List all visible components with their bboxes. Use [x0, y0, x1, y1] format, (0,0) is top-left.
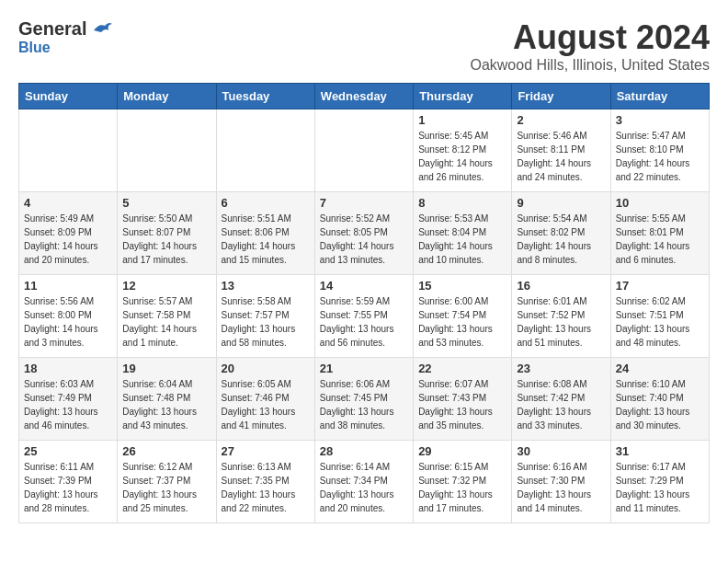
- logo-general: General: [18, 18, 86, 40]
- day-info: Sunrise: 6:04 AM Sunset: 7:48 PM Dayligh…: [122, 377, 210, 432]
- day-info: Sunrise: 5:46 AM Sunset: 8:11 PM Dayligh…: [517, 129, 605, 184]
- calendar-cell: [314, 109, 413, 192]
- calendar-location: Oakwood Hills, Illinois, United States: [470, 57, 710, 74]
- day-number: 8: [418, 196, 506, 210]
- day-info: Sunrise: 6:17 AM Sunset: 7:29 PM Dayligh…: [616, 460, 704, 515]
- day-number: 11: [24, 279, 112, 293]
- logo-blue-text: Blue: [18, 40, 51, 55]
- day-number: 9: [517, 196, 605, 210]
- calendar-table: SundayMondayTuesdayWednesdayThursdayFrid…: [18, 83, 710, 523]
- day-info: Sunrise: 6:15 AM Sunset: 7:32 PM Dayligh…: [418, 460, 506, 515]
- column-header-sunday: Sunday: [19, 84, 118, 109]
- day-info: Sunrise: 6:14 AM Sunset: 7:34 PM Dayligh…: [320, 460, 408, 515]
- calendar-cell: 15Sunrise: 6:00 AM Sunset: 7:54 PM Dayli…: [414, 275, 512, 358]
- calendar-cell: 20Sunrise: 6:05 AM Sunset: 7:46 PM Dayli…: [216, 358, 314, 441]
- page-header: General Blue August 2024 Oakwood Hills, …: [18, 18, 710, 74]
- day-info: Sunrise: 6:06 AM Sunset: 7:45 PM Dayligh…: [320, 377, 408, 432]
- calendar-cell: 17Sunrise: 6:02 AM Sunset: 7:51 PM Dayli…: [610, 275, 709, 358]
- calendar-cell: 8Sunrise: 5:53 AM Sunset: 8:04 PM Daylig…: [414, 192, 512, 275]
- day-number: 18: [24, 362, 112, 375]
- day-number: 7: [320, 196, 408, 210]
- day-number: 14: [320, 279, 408, 293]
- calendar-cell: 25Sunrise: 6:11 AM Sunset: 7:39 PM Dayli…: [19, 441, 118, 523]
- day-info: Sunrise: 5:51 AM Sunset: 8:06 PM Dayligh…: [222, 212, 310, 267]
- calendar-header: SundayMondayTuesdayWednesdayThursdayFrid…: [19, 84, 710, 109]
- day-number: 27: [222, 444, 310, 458]
- day-info: Sunrise: 6:07 AM Sunset: 7:43 PM Dayligh…: [418, 377, 506, 432]
- calendar-cell: 5Sunrise: 5:50 AM Sunset: 8:07 PM Daylig…: [118, 192, 216, 275]
- calendar-cell: [118, 109, 216, 192]
- calendar-cell: 14Sunrise: 5:59 AM Sunset: 7:55 PM Dayli…: [314, 275, 413, 358]
- calendar-cell: 12Sunrise: 5:57 AM Sunset: 7:58 PM Dayli…: [118, 275, 216, 358]
- logo: General Blue: [18, 18, 112, 56]
- day-info: Sunrise: 6:03 AM Sunset: 7:49 PM Dayligh…: [24, 377, 112, 432]
- day-number: 20: [222, 362, 310, 375]
- day-number: 12: [122, 279, 210, 293]
- day-number: 24: [616, 362, 704, 375]
- day-info: Sunrise: 5:55 AM Sunset: 8:01 PM Dayligh…: [616, 212, 704, 267]
- calendar-cell: 22Sunrise: 6:07 AM Sunset: 7:43 PM Dayli…: [414, 358, 512, 441]
- column-header-monday: Monday: [118, 84, 216, 109]
- day-number: 16: [517, 279, 605, 293]
- column-header-wednesday: Wednesday: [314, 84, 413, 109]
- calendar-cell: 2Sunrise: 5:46 AM Sunset: 8:11 PM Daylig…: [512, 109, 610, 192]
- day-number: 17: [616, 279, 704, 293]
- calendar-title: August 2024: [470, 18, 710, 57]
- day-info: Sunrise: 5:57 AM Sunset: 7:58 PM Dayligh…: [122, 294, 210, 350]
- day-info: Sunrise: 5:58 AM Sunset: 7:57 PM Dayligh…: [222, 294, 310, 350]
- calendar-cell: 18Sunrise: 6:03 AM Sunset: 7:49 PM Dayli…: [19, 358, 118, 441]
- calendar-cell: 29Sunrise: 6:15 AM Sunset: 7:32 PM Dayli…: [414, 441, 512, 523]
- day-number: 28: [320, 444, 408, 458]
- calendar-cell: 10Sunrise: 5:55 AM Sunset: 8:01 PM Dayli…: [610, 192, 709, 275]
- day-info: Sunrise: 6:10 AM Sunset: 7:40 PM Dayligh…: [616, 377, 704, 432]
- day-info: Sunrise: 5:53 AM Sunset: 8:04 PM Dayligh…: [418, 212, 506, 267]
- calendar-cell: 19Sunrise: 6:04 AM Sunset: 7:48 PM Dayli…: [118, 358, 216, 441]
- day-number: 2: [517, 113, 605, 127]
- calendar-cell: 31Sunrise: 6:17 AM Sunset: 7:29 PM Dayli…: [610, 441, 709, 523]
- day-number: 29: [418, 444, 506, 458]
- day-info: Sunrise: 6:01 AM Sunset: 7:52 PM Dayligh…: [517, 294, 605, 350]
- day-info: Sunrise: 5:49 AM Sunset: 8:09 PM Dayligh…: [24, 212, 112, 267]
- day-info: Sunrise: 6:05 AM Sunset: 7:46 PM Dayligh…: [222, 377, 310, 432]
- calendar-cell: 9Sunrise: 5:54 AM Sunset: 8:02 PM Daylig…: [512, 192, 610, 275]
- day-info: Sunrise: 6:12 AM Sunset: 7:37 PM Dayligh…: [122, 460, 210, 515]
- calendar-cell: 30Sunrise: 6:16 AM Sunset: 7:30 PM Dayli…: [512, 441, 610, 523]
- day-number: 30: [517, 444, 605, 458]
- calendar-cell: 7Sunrise: 5:52 AM Sunset: 8:05 PM Daylig…: [314, 192, 413, 275]
- column-header-saturday: Saturday: [610, 84, 709, 109]
- day-number: 5: [122, 196, 210, 210]
- day-number: 26: [122, 444, 210, 458]
- calendar-cell: 16Sunrise: 6:01 AM Sunset: 7:52 PM Dayli…: [512, 275, 610, 358]
- day-info: Sunrise: 6:08 AM Sunset: 7:42 PM Dayligh…: [517, 377, 605, 432]
- day-info: Sunrise: 6:13 AM Sunset: 7:35 PM Dayligh…: [222, 460, 310, 515]
- day-number: 25: [24, 444, 112, 458]
- day-info: Sunrise: 6:11 AM Sunset: 7:39 PM Dayligh…: [24, 460, 112, 515]
- day-info: Sunrise: 6:02 AM Sunset: 7:51 PM Dayligh…: [616, 294, 704, 350]
- calendar-cell: 4Sunrise: 5:49 AM Sunset: 8:09 PM Daylig…: [19, 192, 118, 275]
- calendar-cell: [19, 109, 118, 192]
- column-header-tuesday: Tuesday: [216, 84, 314, 109]
- day-info: Sunrise: 5:54 AM Sunset: 8:02 PM Dayligh…: [517, 212, 605, 267]
- calendar-cell: 27Sunrise: 6:13 AM Sunset: 7:35 PM Dayli…: [216, 441, 314, 523]
- calendar-cell: 26Sunrise: 6:12 AM Sunset: 7:37 PM Dayli…: [118, 441, 216, 523]
- calendar-cell: [216, 109, 314, 192]
- calendar-cell: 28Sunrise: 6:14 AM Sunset: 7:34 PM Dayli…: [314, 441, 413, 523]
- day-info: Sunrise: 6:16 AM Sunset: 7:30 PM Dayligh…: [517, 460, 605, 515]
- day-number: 23: [517, 362, 605, 375]
- day-info: Sunrise: 5:50 AM Sunset: 8:07 PM Dayligh…: [122, 212, 210, 267]
- day-number: 6: [222, 196, 310, 210]
- calendar-cell: 21Sunrise: 6:06 AM Sunset: 7:45 PM Dayli…: [314, 358, 413, 441]
- column-header-friday: Friday: [512, 84, 610, 109]
- day-number: 22: [418, 362, 506, 375]
- day-number: 1: [418, 113, 506, 127]
- calendar-cell: 11Sunrise: 5:56 AM Sunset: 8:00 PM Dayli…: [19, 275, 118, 358]
- day-number: 21: [320, 362, 408, 375]
- day-number: 31: [616, 444, 704, 458]
- calendar-cell: 24Sunrise: 6:10 AM Sunset: 7:40 PM Dayli…: [610, 358, 709, 441]
- day-info: Sunrise: 5:45 AM Sunset: 8:12 PM Dayligh…: [418, 129, 506, 184]
- calendar-cell: 6Sunrise: 5:51 AM Sunset: 8:06 PM Daylig…: [216, 192, 314, 275]
- day-info: Sunrise: 6:00 AM Sunset: 7:54 PM Dayligh…: [418, 294, 506, 350]
- day-number: 13: [222, 279, 310, 293]
- day-info: Sunrise: 5:59 AM Sunset: 7:55 PM Dayligh…: [320, 294, 408, 350]
- calendar-cell: 1Sunrise: 5:45 AM Sunset: 8:12 PM Daylig…: [414, 109, 512, 192]
